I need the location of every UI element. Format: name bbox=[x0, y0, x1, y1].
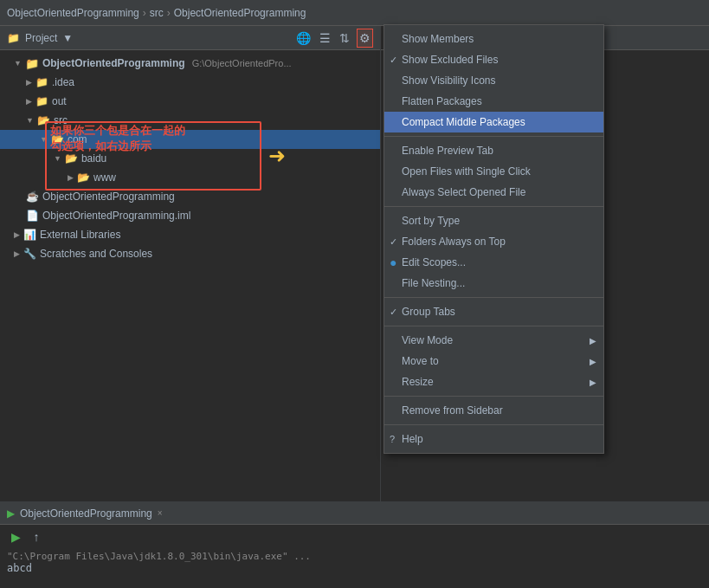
src-expand-icon: ▼ bbox=[26, 116, 34, 125]
context-menu: Show Members ✓ Show Excluded Files Show … bbox=[384, 24, 604, 454]
breadcrumb: ObjectOrientedProgramming › src › Object… bbox=[7, 7, 306, 19]
menu-sort-by-type[interactable]: Sort by Type bbox=[384, 210, 603, 231]
baidu-item[interactable]: ▼ 📂 baidu bbox=[0, 149, 380, 168]
top-breadcrumb: ObjectOrientedProgramming › src › Object… bbox=[0, 0, 709, 26]
com-expand-icon: ▼ bbox=[40, 135, 48, 144]
com-label: com bbox=[68, 133, 87, 145]
separator-2 bbox=[384, 206, 603, 207]
group-tabs-label: Group Tabs bbox=[402, 306, 455, 318]
menu-group-tabs[interactable]: ✓ Group Tabs bbox=[384, 301, 603, 322]
show-excluded-check: ✓ bbox=[390, 55, 397, 66]
sidebar: 📁 Project ▼ 🌐 ☰ ⇅ ⚙ ▼ 📁 ObjectOrientedPr… bbox=[0, 26, 381, 501]
scratches-expand-icon: ▶ bbox=[14, 249, 20, 258]
arrows-icon[interactable]: ⇅ bbox=[338, 29, 351, 47]
separator-5 bbox=[384, 396, 603, 397]
show-members-label: Show Members bbox=[402, 33, 474, 45]
tree-root-item[interactable]: ▼ 📁 ObjectOrientedProgramming G:\ObjectO… bbox=[0, 54, 380, 73]
help-label: Help bbox=[402, 433, 423, 445]
libs-icon: 📊 bbox=[23, 229, 36, 241]
help-question-mark: ? bbox=[390, 434, 395, 444]
libs-expand-icon: ▶ bbox=[14, 230, 20, 239]
sep2: › bbox=[167, 7, 171, 19]
src-item[interactable]: ▼ 📂 src bbox=[0, 111, 380, 130]
libs-label: External Libraries bbox=[40, 229, 120, 241]
menu-enable-preview[interactable]: Enable Preview Tab bbox=[384, 140, 603, 161]
edit-scopes-bullet: ● bbox=[390, 255, 396, 269]
sidebar-title-bar: 📁 Project ▼ bbox=[7, 32, 73, 44]
sidebar-title-label: Project bbox=[25, 32, 57, 44]
menu-compact[interactable]: Compact Middle Packages bbox=[384, 112, 603, 132]
globe-icon[interactable]: 🌐 bbox=[294, 29, 313, 47]
www-expand-icon: ▶ bbox=[68, 173, 74, 182]
group-tabs-check: ✓ bbox=[390, 307, 397, 318]
external-libs-item[interactable]: ▶ 📊 External Libraries bbox=[0, 225, 380, 244]
src-folder-icon: 📂 bbox=[37, 114, 50, 126]
idea-item[interactable]: ▶ 📁 .idea bbox=[0, 73, 380, 92]
always-select-label: Always Select Opened File bbox=[402, 186, 525, 198]
scratches-item[interactable]: ▶ 🔧 Scratches and Consoles bbox=[0, 244, 380, 263]
scratches-label: Scratches and Consoles bbox=[40, 248, 152, 260]
menu-show-members[interactable]: Show Members bbox=[384, 29, 603, 49]
folders-on-top-check: ✓ bbox=[390, 236, 397, 248]
scratches-icon: 🔧 bbox=[23, 248, 36, 260]
menu-edit-scopes[interactable]: ● Edit Scopes... bbox=[384, 252, 603, 273]
menu-move-to[interactable]: Move to ▶ bbox=[384, 351, 603, 372]
run-tab[interactable]: ▶ ObjectOrientedProgramming × bbox=[7, 507, 163, 520]
main-class-label: ObjectOrientedProgramming bbox=[42, 191, 175, 203]
separator-6 bbox=[384, 424, 603, 425]
enable-preview-label: Enable Preview Tab bbox=[402, 145, 493, 157]
separator-1 bbox=[384, 136, 603, 137]
edit-scopes-label: Edit Scopes... bbox=[402, 256, 466, 268]
menu-help[interactable]: ? Help bbox=[384, 429, 603, 449]
sidebar-dropdown-icon[interactable]: ▼ bbox=[62, 32, 73, 44]
menu-remove-sidebar[interactable]: Remove from Sidebar bbox=[384, 400, 603, 421]
main-class-icon: ☕ bbox=[26, 191, 39, 203]
menu-always-select[interactable]: Always Select Opened File bbox=[384, 182, 603, 203]
menu-show-excluded[interactable]: ✓ Show Excluded Files bbox=[384, 49, 603, 70]
list-icon[interactable]: ☰ bbox=[318, 29, 332, 47]
file-crumb[interactable]: ObjectOrientedProgramming bbox=[174, 7, 306, 19]
run-tab-icon: ▶ bbox=[7, 507, 15, 520]
menu-show-visibility[interactable]: Show Visibility Icons bbox=[384, 70, 603, 91]
main-class-item[interactable]: ☕ ObjectOrientedProgramming bbox=[0, 187, 380, 206]
sort-by-type-label: Sort by Type bbox=[402, 215, 460, 227]
menu-resize[interactable]: Resize ▶ bbox=[384, 372, 603, 392]
root-path: G:\ObjectOrientedPro... bbox=[192, 58, 292, 68]
out-label: out bbox=[52, 95, 67, 107]
www-folder-icon: 📂 bbox=[77, 171, 90, 184]
separator-3 bbox=[384, 297, 603, 298]
www-item[interactable]: ▶ 📂 www bbox=[0, 168, 380, 187]
src-crumb[interactable]: src bbox=[150, 7, 164, 19]
idea-label: .idea bbox=[52, 76, 74, 88]
root-folder-icon: 📁 bbox=[25, 57, 39, 70]
iml-icon: 📄 bbox=[26, 210, 39, 222]
project-crumb[interactable]: ObjectOrientedProgramming bbox=[7, 7, 139, 19]
baidu-folder-icon: 📂 bbox=[65, 152, 78, 165]
out-item[interactable]: ▶ 📁 out bbox=[0, 92, 380, 111]
run-play-btn[interactable]: ▶ bbox=[7, 528, 24, 546]
show-excluded-label: Show Excluded Files bbox=[402, 54, 498, 66]
view-mode-arrow: ▶ bbox=[590, 336, 596, 346]
run-up-btn[interactable]: ↑ bbox=[28, 528, 45, 546]
com-folder-icon: 📂 bbox=[51, 133, 64, 145]
menu-flatten[interactable]: Flatten Packages bbox=[384, 91, 603, 112]
com-item[interactable]: ▼ 📂 com bbox=[0, 130, 380, 149]
menu-open-single-click[interactable]: Open Files with Single Click bbox=[384, 161, 603, 182]
view-mode-label: View Mode bbox=[402, 334, 453, 346]
menu-view-mode[interactable]: View Mode ▶ bbox=[384, 330, 603, 351]
menu-folders-on-top[interactable]: ✓ Folders Always on Top bbox=[384, 231, 603, 252]
run-tab-bar: ▶ ObjectOrientedProgramming × bbox=[0, 502, 709, 525]
project-tree: ▼ 📁 ObjectOrientedProgramming G:\ObjectO… bbox=[0, 50, 380, 501]
run-controls-bar: ▶ ↑ bbox=[0, 525, 709, 549]
run-tab-close[interactable]: × bbox=[158, 508, 163, 518]
resize-arrow: ▶ bbox=[590, 378, 596, 387]
folder-icon: 📁 bbox=[7, 32, 20, 44]
run-output-area: "C:\Program Files\Java\jdk1.8.0_301\bin\… bbox=[0, 549, 709, 576]
iml-item[interactable]: 📄 ObjectOrientedProgramming.iml bbox=[0, 206, 380, 225]
out-folder-icon: 📁 bbox=[35, 95, 48, 107]
menu-file-nesting[interactable]: File Nesting... bbox=[384, 273, 603, 294]
out-expand-icon: ▶ bbox=[26, 97, 32, 106]
move-to-arrow: ▶ bbox=[590, 357, 596, 366]
show-visibility-label: Show Visibility Icons bbox=[402, 74, 496, 87]
gear-icon[interactable]: ⚙ bbox=[357, 29, 373, 48]
